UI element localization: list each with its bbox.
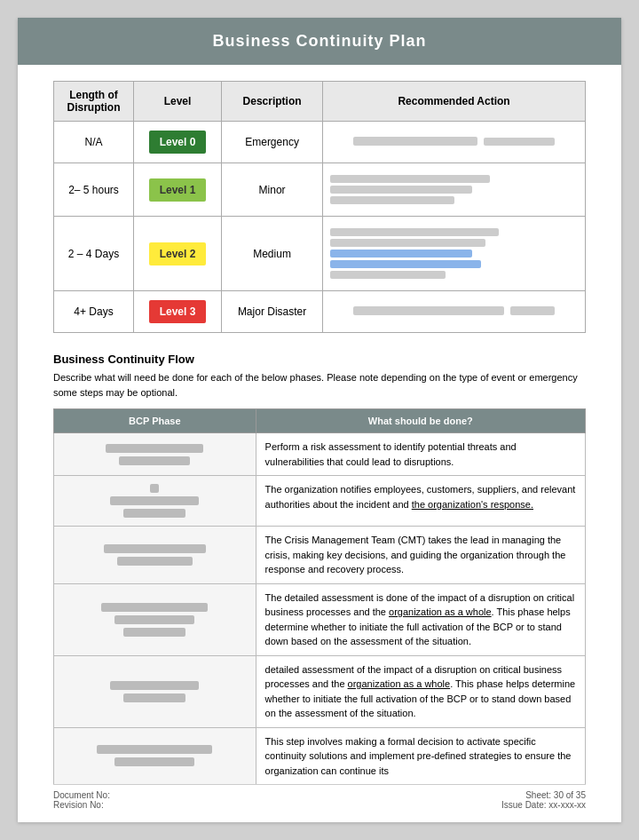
bcp-table-row: The detailed assessment is done of the i…	[54, 583, 586, 655]
footer-issue-date: Issue Date: xx-xxx-xx	[501, 800, 586, 810]
cell-duration: 4+ Days	[54, 291, 134, 333]
col-description: Description	[221, 82, 322, 122]
level-badge-0: Level 0	[149, 131, 207, 154]
bcp-action-cell: This step involves making a formal decis…	[256, 727, 585, 785]
bcp-action-cell: detailed assessment of the impact of a d…	[256, 655, 585, 727]
bcp-action-cell: Perform a risk assessment to identify po…	[256, 433, 585, 476]
table-row: 2– 5 hours Level 1 Minor	[54, 163, 586, 217]
page-header: Business Continuity Plan	[18, 18, 621, 65]
bcp-col-action: What should be done?	[256, 409, 585, 433]
bcp-action-cell: The detailed assessment is done of the i…	[256, 583, 585, 655]
bcp-phase-cell	[54, 476, 256, 527]
bcp-phase-cell	[54, 727, 256, 785]
cell-level: Level 3	[134, 291, 222, 333]
bcp-col-phase: BCP Phase	[54, 409, 256, 433]
level-badge-2: Level 2	[149, 242, 207, 265]
bcp-table: BCP Phase What should be done? Perform a…	[53, 408, 586, 785]
footer-revision: Revision No:	[53, 800, 110, 810]
content-area: Length ofDisruption Level Description Re…	[18, 81, 621, 785]
cell-description: Minor	[221, 163, 322, 217]
table-row: N/A Level 0 Emergency	[54, 122, 586, 163]
level-badge-3: Level 3	[149, 300, 207, 323]
bcp-table-row: Perform a risk assessment to identify po…	[54, 433, 586, 476]
bcp-flow-title: Business Continuity Flow	[53, 353, 586, 366]
cell-duration: 2 – 4 Days	[54, 217, 134, 291]
footer-left: Document No: Revision No:	[53, 790, 110, 810]
bcp-phase-cell	[54, 655, 256, 727]
bcp-action-cell: The organization notifies employees, cus…	[256, 476, 585, 527]
bcp-phase-cell	[54, 583, 256, 655]
footer-right: Sheet: 30 of 35 Issue Date: xx-xxx-xx	[501, 790, 586, 810]
bcp-flow-desc: Describe what will need be done for each…	[53, 370, 586, 400]
bcp-table-row: The Crisis Management Team (CMT) takes t…	[54, 527, 586, 584]
cell-level: Level 1	[134, 163, 222, 217]
table-row: 2 – 4 Days Level 2 Medium	[54, 217, 586, 291]
table-row: 4+ Days Level 3 Major Disaster	[54, 291, 586, 333]
bcp-table-row: detailed assessment of the impact of a d…	[54, 655, 586, 727]
col-action: Recommended Action	[323, 82, 586, 122]
cell-duration: N/A	[54, 122, 134, 163]
footer-doc-no: Document No:	[53, 790, 110, 800]
cell-level: Level 2	[134, 217, 222, 291]
bcp-action-cell: The Crisis Management Team (CMT) takes t…	[256, 527, 585, 584]
bcp-table-row: This step involves making a formal decis…	[54, 727, 586, 785]
bcp-phase-cell	[54, 527, 256, 584]
cell-action	[323, 217, 586, 291]
cell-level: Level 0	[134, 122, 222, 163]
cell-duration: 2– 5 hours	[54, 163, 134, 217]
col-level: Level	[134, 82, 222, 122]
bcp-table-row: The organization notifies employees, cus…	[54, 476, 586, 527]
bcp-phase-cell	[54, 433, 256, 476]
page-footer: Document No: Revision No: Sheet: 30 of 3…	[53, 784, 586, 810]
cell-description: Medium	[221, 217, 322, 291]
cell-action	[323, 291, 586, 333]
cell-action	[323, 163, 586, 217]
cell-description: Emergency	[221, 122, 322, 163]
page-title: Business Continuity Plan	[27, 32, 612, 51]
cell-action	[323, 122, 586, 163]
disruption-table: Length ofDisruption Level Description Re…	[53, 81, 586, 333]
col-duration: Length ofDisruption	[54, 82, 134, 122]
cell-description: Major Disaster	[221, 291, 322, 333]
page: Business Continuity Plan Length ofDisrup…	[18, 18, 621, 822]
footer-sheet: Sheet: 30 of 35	[501, 790, 586, 800]
level-badge-1: Level 1	[149, 178, 207, 202]
